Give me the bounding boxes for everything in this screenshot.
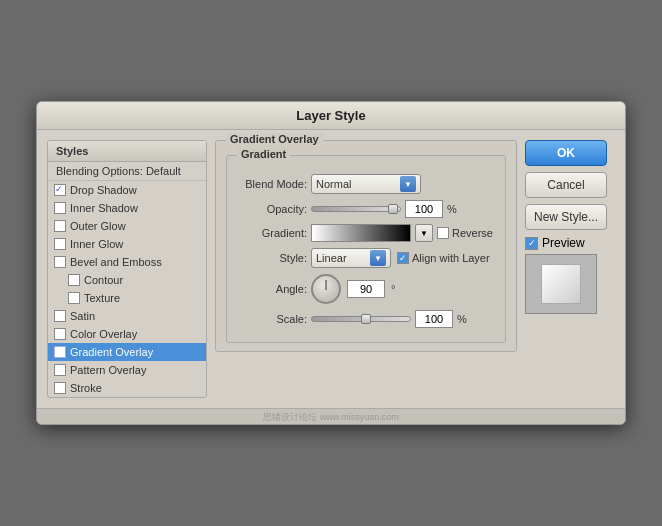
left-panel: Styles Blending Options: Default Drop Sh…	[47, 140, 207, 398]
style-value: Linear	[316, 252, 370, 264]
opacity-track[interactable]	[311, 206, 401, 212]
inner-shadow-checkbox[interactable]	[54, 202, 66, 214]
style-arrow-icon: ▼	[370, 250, 386, 266]
angle-row: Angle: 90 °	[237, 274, 495, 304]
blending-options-label[interactable]: Blending Options: Default	[48, 162, 206, 181]
satin-checkbox[interactable]	[54, 310, 66, 322]
angle-input[interactable]: 90	[347, 280, 385, 298]
gradient-inner-group: Gradient Blend Mode: Normal ▼ Opacity:	[226, 155, 506, 343]
drop-shadow-checkbox[interactable]	[54, 184, 66, 196]
opacity-slider-container: 100 %	[311, 200, 457, 218]
dialog-title: Layer Style	[37, 102, 625, 130]
texture-checkbox[interactable]	[68, 292, 80, 304]
sidebar-item-color-overlay[interactable]: Color Overlay	[48, 325, 206, 343]
preview-box	[525, 254, 597, 314]
angle-dial[interactable]	[311, 274, 341, 304]
angle-label: Angle:	[237, 283, 307, 295]
gradient-preview[interactable]	[311, 224, 411, 242]
gradient-overlay-group: Gradient Overlay Gradient Blend Mode: No…	[215, 140, 517, 352]
reverse-checkbox[interactable]	[437, 227, 449, 239]
gradient-overlay-checkbox[interactable]	[54, 346, 66, 358]
blend-mode-arrow-icon: ▼	[400, 176, 416, 192]
scale-label: Scale:	[237, 313, 307, 325]
sidebar-item-contour[interactable]: Contour	[48, 271, 206, 289]
sidebar-item-texture[interactable]: Texture	[48, 289, 206, 307]
angle-unit: °	[391, 283, 395, 295]
scale-input[interactable]: 100	[415, 310, 453, 328]
scale-unit: %	[457, 313, 467, 325]
style-label: Style:	[237, 252, 307, 264]
pattern-overlay-checkbox[interactable]	[54, 364, 66, 376]
sidebar-item-satin[interactable]: Satin	[48, 307, 206, 325]
opacity-input[interactable]: 100	[405, 200, 443, 218]
scale-thumb[interactable]	[361, 314, 371, 324]
bevel-emboss-checkbox[interactable]	[54, 256, 66, 268]
sidebar-item-outer-glow[interactable]: Outer Glow	[48, 217, 206, 235]
sidebar-item-gradient-overlay[interactable]: Gradient Overlay	[48, 343, 206, 361]
opacity-row: Opacity: 100 %	[237, 200, 495, 218]
style-row: Style: Linear ▼ ✓ Align with Layer	[237, 248, 495, 268]
align-layer-label[interactable]: ✓ Align with Layer	[397, 252, 490, 264]
preview-label-row: ✓ Preview	[525, 236, 585, 250]
opacity-label: Opacity:	[237, 203, 307, 215]
main-panel: Gradient Overlay Gradient Blend Mode: No…	[215, 140, 517, 398]
ok-button[interactable]: OK	[525, 140, 607, 166]
stroke-checkbox[interactable]	[54, 382, 66, 394]
scale-slider-container: 100 %	[311, 310, 467, 328]
preview-inner	[541, 264, 581, 304]
sidebar-item-drop-shadow[interactable]: Drop Shadow	[48, 181, 206, 199]
opacity-thumb[interactable]	[388, 204, 398, 214]
scale-track[interactable]	[311, 316, 411, 322]
layer-style-dialog: Layer Style Styles Blending Options: Def…	[36, 101, 626, 425]
sidebar-item-bevel-emboss[interactable]: Bevel and Emboss	[48, 253, 206, 271]
blend-mode-value: Normal	[316, 178, 400, 190]
reverse-label[interactable]: Reverse	[437, 227, 493, 239]
scale-row: Scale: 100 %	[237, 310, 495, 328]
opacity-unit: %	[447, 203, 457, 215]
sidebar-item-inner-glow[interactable]: Inner Glow	[48, 235, 206, 253]
right-panel: OK Cancel New Style... ✓ Preview	[525, 140, 615, 398]
color-overlay-checkbox[interactable]	[54, 328, 66, 340]
preview-label: Preview	[542, 236, 585, 250]
cancel-button[interactable]: Cancel	[525, 172, 607, 198]
preview-section: ✓ Preview	[525, 236, 615, 314]
inner-group-title: Gradient	[237, 148, 290, 160]
watermark: 思绪设计论坛 www.missyuan.com	[37, 409, 625, 425]
style-dropdown[interactable]: Linear ▼	[311, 248, 391, 268]
sidebar-item-inner-shadow[interactable]: Inner Shadow	[48, 199, 206, 217]
sidebar-item-pattern-overlay[interactable]: Pattern Overlay	[48, 361, 206, 379]
blend-mode-row: Blend Mode: Normal ▼	[237, 174, 495, 194]
outer-group-title: Gradient Overlay	[226, 133, 323, 145]
new-style-button[interactable]: New Style...	[525, 204, 607, 230]
inner-glow-checkbox[interactable]	[54, 238, 66, 250]
contour-checkbox[interactable]	[68, 274, 80, 286]
blend-mode-label: Blend Mode:	[237, 178, 307, 190]
align-layer-checkbox[interactable]: ✓	[397, 252, 409, 264]
styles-header: Styles	[48, 141, 206, 162]
gradient-row: Gradient: ▼ Reverse	[237, 224, 495, 242]
blend-mode-dropdown[interactable]: Normal ▼	[311, 174, 421, 194]
dial-hand	[326, 280, 327, 290]
gradient-dropdown-btn[interactable]: ▼	[415, 224, 433, 242]
gradient-label: Gradient:	[237, 227, 307, 239]
sidebar-item-stroke[interactable]: Stroke	[48, 379, 206, 397]
gradient-picker: ▼ Reverse	[311, 224, 493, 242]
outer-glow-checkbox[interactable]	[54, 220, 66, 232]
preview-checkbox[interactable]: ✓	[525, 237, 538, 250]
